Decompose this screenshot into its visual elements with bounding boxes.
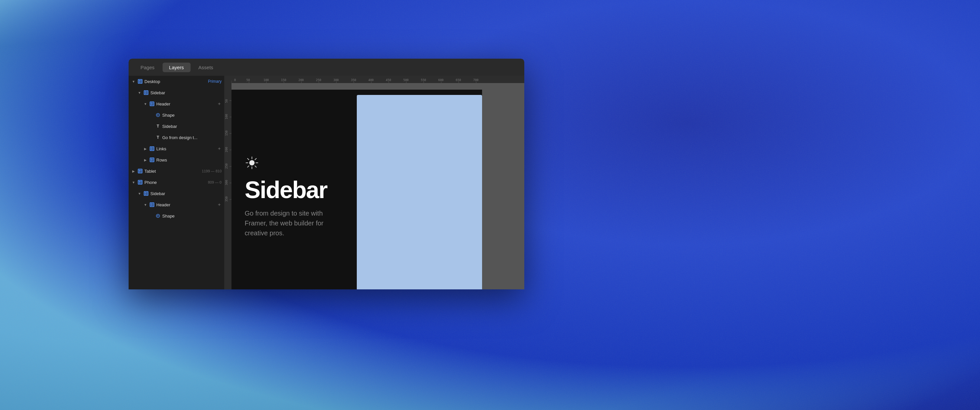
layer-rows[interactable]: ▶ Rows xyxy=(129,154,224,165)
svg-text:200: 200 xyxy=(225,147,228,152)
svg-text:550: 550 xyxy=(421,78,426,82)
canvas-area[interactable]: 0 50 100 150 200 250 300 xyxy=(224,76,524,289)
svg-text:100: 100 xyxy=(264,78,269,82)
tab-pages[interactable]: Pages xyxy=(134,63,161,72)
layer-size-phone: 809 — 0 xyxy=(208,180,221,184)
svg-text:250: 250 xyxy=(225,164,228,169)
layer-sidebar-1[interactable]: ▼ Sidebar xyxy=(129,87,224,98)
layer-name-sidebar-2: Sidebar xyxy=(150,191,221,196)
svg-text:50: 50 xyxy=(246,78,250,82)
chevron-rows: ▶ xyxy=(143,157,148,162)
frame-icon-header-2 xyxy=(150,202,155,207)
canvas-content: Sidebar Go from design to site withFrame… xyxy=(231,83,524,289)
svg-text:50: 50 xyxy=(225,99,228,103)
layer-desktop[interactable]: ▼ Desktop Primary xyxy=(129,76,224,87)
frame-icon-phone xyxy=(137,180,143,185)
layer-name-header-1: Header xyxy=(156,102,216,106)
chevron-phone: ▼ xyxy=(131,180,136,184)
sidebar-description: Go from design to site withFramer, the w… xyxy=(245,208,344,238)
svg-line-53 xyxy=(248,159,249,160)
main-content: ▼ Desktop Primary ▼ xyxy=(129,76,524,289)
ruler-corner xyxy=(224,76,231,83)
svg-line-56 xyxy=(248,166,249,167)
sidebar-heading: Sidebar xyxy=(245,178,344,202)
layer-badge-desktop: Primary xyxy=(208,79,221,84)
layer-shape-1[interactable]: ▼ Shape xyxy=(129,110,224,121)
layer-name-links: Links xyxy=(156,146,216,151)
svg-point-48 xyxy=(249,160,255,165)
layers-panel: ▼ Desktop Primary ▼ xyxy=(129,76,224,289)
layer-name-sidebar-text: Sidebar xyxy=(162,124,221,129)
layer-name-phone: Phone xyxy=(145,180,205,185)
svg-text:350: 350 xyxy=(225,196,228,202)
layer-shape-2[interactable]: ▼ Shape xyxy=(129,210,224,221)
layer-sidebar-2[interactable]: ▼ Sidebar xyxy=(129,188,224,199)
layer-name-desktop: Desktop xyxy=(145,79,205,84)
layer-header-2[interactable]: ▼ Header ＋ xyxy=(129,199,224,210)
ruler-left: 50 100 150 200 250 300 350 xyxy=(224,83,231,289)
layer-size-tablet: 1199 — 810 xyxy=(202,169,221,173)
chevron-sidebar-1: ▼ xyxy=(137,90,142,95)
svg-text:450: 450 xyxy=(386,78,391,82)
add-icon-header-1[interactable]: ＋ xyxy=(217,101,221,107)
svg-text:400: 400 xyxy=(368,78,374,82)
tab-bar: Pages Layers Assets xyxy=(129,59,524,76)
layer-links[interactable]: ▶ Links ＋ xyxy=(129,143,224,154)
frame-icon-header-1 xyxy=(150,101,155,106)
text-icon-sidebar: T xyxy=(155,124,161,129)
svg-text:100: 100 xyxy=(225,114,228,119)
shape-icon-2 xyxy=(155,213,161,219)
frame-icon-links xyxy=(150,146,155,151)
app-window: Pages Layers Assets ▼ Desktop Primary xyxy=(129,59,524,289)
svg-line-55 xyxy=(255,159,256,160)
svg-text:300: 300 xyxy=(333,78,339,82)
svg-text:500: 500 xyxy=(403,78,409,82)
frame-icon-rows xyxy=(150,157,155,162)
chevron-desktop: ▼ xyxy=(131,79,136,84)
chevron-links: ▶ xyxy=(143,146,148,151)
frame-icon-sidebar-1 xyxy=(143,90,149,95)
chevron-header-2: ▼ xyxy=(143,202,148,207)
layer-name-tablet: Tablet xyxy=(145,169,199,174)
svg-text:650: 650 xyxy=(456,78,461,82)
svg-text:150: 150 xyxy=(281,78,286,82)
svg-text:300: 300 xyxy=(225,180,228,185)
svg-text:700: 700 xyxy=(473,78,479,82)
layer-sidebar-text[interactable]: ▼ T Sidebar xyxy=(129,121,224,132)
chevron-header-1: ▼ xyxy=(143,102,148,106)
layer-name-shape-1: Shape xyxy=(162,113,221,118)
shape-icon-1 xyxy=(155,112,161,118)
frame-icon-tablet xyxy=(137,168,143,174)
svg-text:150: 150 xyxy=(225,130,228,136)
svg-text:200: 200 xyxy=(298,78,304,82)
frame-icon-sidebar-2 xyxy=(143,191,149,196)
frame-icon-desktop xyxy=(137,79,143,84)
layer-header-1[interactable]: ▼ Header ＋ xyxy=(129,98,224,110)
svg-text:350: 350 xyxy=(351,78,356,82)
tab-layers[interactable]: Layers xyxy=(162,63,191,72)
layer-tablet[interactable]: ▶ Tablet 1199 — 810 xyxy=(129,165,224,176)
design-frame: Sidebar Go from design to site withFrame… xyxy=(231,90,482,289)
sun-icon xyxy=(245,156,259,170)
svg-text:250: 250 xyxy=(316,78,321,82)
svg-text:600: 600 xyxy=(438,78,444,82)
layer-name-sidebar-1: Sidebar xyxy=(150,90,221,95)
layer-phone[interactable]: ▼ Phone 809 — 0 xyxy=(129,176,224,188)
add-icon-links[interactable]: ＋ xyxy=(217,146,221,152)
tab-assets[interactable]: Assets xyxy=(192,63,220,72)
layer-name-shape-2: Shape xyxy=(162,214,221,219)
chevron-sidebar-2: ▼ xyxy=(137,191,142,196)
add-icon-header-2[interactable]: ＋ xyxy=(217,202,221,208)
layer-name-rows: Rows xyxy=(156,157,221,162)
svg-rect-2 xyxy=(224,76,524,83)
chevron-tablet: ▶ xyxy=(131,169,136,173)
preview-panel xyxy=(357,95,482,289)
sidebar-preview-area: Sidebar Go from design to site withFrame… xyxy=(231,90,357,289)
ruler-top: 0 50 100 150 200 250 300 xyxy=(224,76,524,83)
layer-go-from[interactable]: ▼ T Go from design t... xyxy=(129,132,224,143)
layer-name-header-2: Header xyxy=(156,202,216,207)
text-icon-go-from: T xyxy=(155,135,161,140)
svg-line-54 xyxy=(255,166,256,167)
layer-name-go-from: Go from design t... xyxy=(162,135,221,140)
svg-text:0: 0 xyxy=(234,78,236,82)
